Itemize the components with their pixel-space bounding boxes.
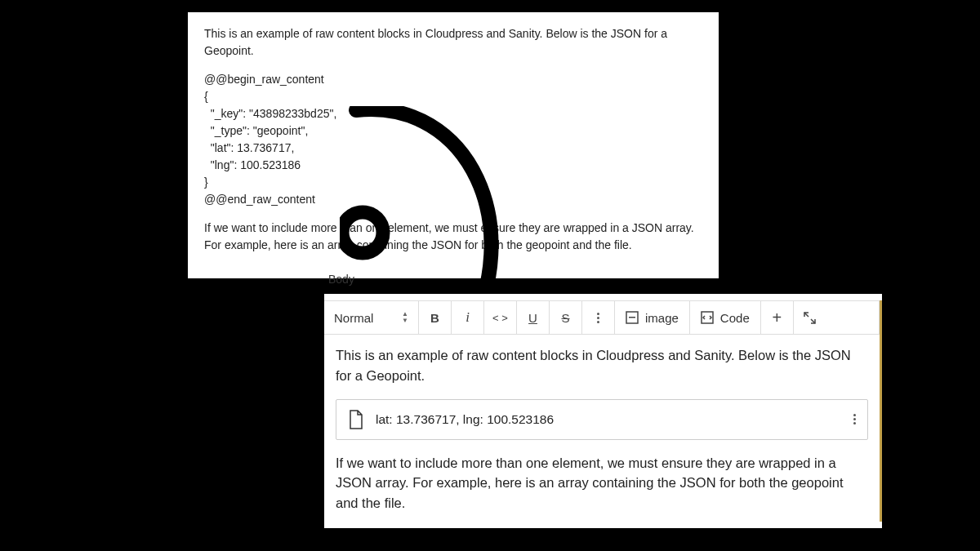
editor-panel: Body Normal ▲▼ B i < > U S image Code +: [324, 294, 882, 528]
inline-code-button[interactable]: < >: [484, 301, 517, 334]
editor-frame: Normal ▲▼ B i < > U S image Code +: [324, 300, 882, 522]
strikethrough-button[interactable]: S: [550, 301, 582, 334]
source-text-panel: This is an example of raw content blocks…: [188, 12, 719, 278]
raw-end-marker: @@end_raw_content: [204, 193, 315, 206]
expand-button[interactable]: [794, 301, 826, 334]
field-label: Body: [328, 273, 354, 286]
content-paragraph-1: This is an example of raw content blocks…: [336, 345, 868, 386]
image-icon: [626, 311, 639, 324]
add-block-button[interactable]: +: [761, 301, 794, 334]
vertical-dots-icon: [597, 313, 599, 323]
raw-json-close: }: [204, 176, 208, 189]
raw-json-open: {: [204, 90, 208, 103]
editor-toolbar: Normal ▲▼ B i < > U S image Code +: [324, 300, 880, 335]
more-formatting-button[interactable]: [582, 301, 615, 334]
raw-content-block: @@begin_raw_content { "_key": "43898233b…: [204, 71, 702, 208]
svg-rect-2: [629, 317, 635, 318]
bold-button[interactable]: B: [419, 301, 452, 334]
geopoint-text: lat: 13.736717, lng: 100.523186: [376, 412, 853, 427]
insert-image-button[interactable]: image: [615, 301, 690, 334]
document-icon: [348, 410, 364, 429]
after-paragraph: If we want to include more than one elem…: [204, 220, 702, 254]
block-menu-button[interactable]: [853, 414, 856, 424]
raw-json-key: "_key": "43898233bd25",: [204, 107, 336, 120]
expand-icon: [804, 312, 816, 324]
style-dropdown-label: Normal: [334, 311, 373, 325]
italic-button[interactable]: i: [452, 301, 484, 334]
chevron-updown-icon: ▲▼: [402, 311, 408, 324]
insert-code-button[interactable]: Code: [690, 301, 761, 334]
style-dropdown[interactable]: Normal ▲▼: [324, 301, 419, 334]
insert-code-label: Code: [720, 311, 750, 325]
underline-button[interactable]: U: [517, 301, 550, 334]
intro-paragraph: This is an example of raw content blocks…: [204, 25, 702, 60]
geopoint-block[interactable]: lat: 13.736717, lng: 100.523186: [336, 399, 868, 440]
content-paragraph-2: If we want to include more than one elem…: [336, 453, 868, 513]
raw-json-lng: "lng": 100.523186: [204, 158, 301, 171]
code-block-icon: [701, 311, 714, 324]
insert-image-label: image: [645, 311, 679, 325]
raw-begin-marker: @@begin_raw_content: [204, 73, 324, 86]
raw-json-type: "_type": "geopoint",: [204, 124, 308, 137]
raw-json-lat: "lat": 13.736717,: [204, 141, 294, 154]
editor-content[interactable]: This is an example of raw content blocks…: [324, 340, 880, 522]
